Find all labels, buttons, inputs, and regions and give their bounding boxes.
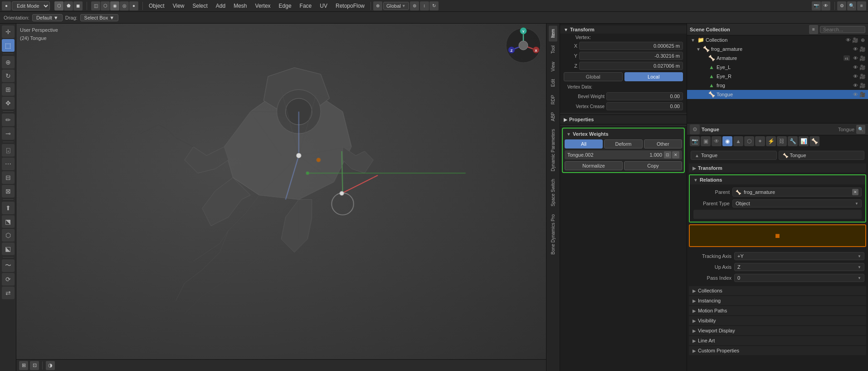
tree-item-armature[interactable]: 🦴 Armature ₈₁ 👁 🎥	[687, 54, 868, 63]
slide-relax-btn[interactable]: ⇄	[2, 287, 15, 299]
shading-wire-icon[interactable]: ⬡	[101, 1, 110, 10]
transform-move-icon[interactable]: ↕	[420, 1, 429, 10]
props-icon-mesh[interactable]: ▲	[733, 136, 743, 146]
local-btn[interactable]: Local	[624, 72, 683, 81]
viewport-editor-type-icon[interactable]: ⊞	[19, 361, 28, 370]
tree-render-frog-armature[interactable]: 🎥	[859, 46, 866, 52]
transform-rotate-icon[interactable]: ↻	[429, 1, 439, 10]
drag-selector[interactable]: Select Box ▼	[80, 14, 119, 21]
menu-vertex[interactable]: Vertex	[252, 2, 274, 10]
tree-camera-collection[interactable]: 🎥	[852, 37, 859, 43]
smooth-tool-btn[interactable]: 〜	[2, 259, 15, 272]
props-icon-material[interactable]: ⬡	[744, 136, 754, 146]
cursor-tool-btn[interactable]: ✛	[2, 25, 15, 38]
side-tab-abp[interactable]: ABP	[549, 109, 557, 125]
up-axis-value[interactable]: Z ▼	[734, 263, 864, 271]
side-tab-rdp[interactable]: RDP	[549, 91, 557, 108]
relations-header[interactable]: ▼ Relations	[690, 175, 865, 184]
vw-entry-value[interactable]: 1.000	[639, 152, 662, 158]
tree-item-tongue[interactable]: 🦴 Tongue 👁 🎥	[687, 90, 868, 99]
randomize-tool-btn[interactable]: ⟳	[2, 273, 15, 286]
bisect-tool-btn[interactable]: ⋯	[2, 158, 15, 170]
knife-tool-btn[interactable]: ⌺	[2, 144, 15, 157]
vw-copy-btn[interactable]: Copy	[624, 161, 682, 170]
edge-mode-icon[interactable]: ⬟	[64, 1, 73, 10]
side-tab-item[interactable]: Item	[549, 25, 557, 41]
vw-normalize-btn[interactable]: Normalize	[565, 161, 623, 170]
custom-properties-header[interactable]: ▶ Custom Properties	[689, 346, 866, 355]
vertex-crease-value[interactable]: 0.00	[606, 102, 683, 110]
offset-edge-btn[interactable]: ⊠	[2, 185, 15, 198]
y-value[interactable]: -0.30216 m	[579, 52, 683, 60]
bevel-weight-value[interactable]: 0.00	[606, 92, 683, 100]
tree-eye-frog[interactable]: 👁	[852, 83, 859, 88]
face-mode-icon[interactable]: ◼	[73, 1, 83, 10]
collections-header[interactable]: ▶ Collections	[689, 286, 866, 295]
bridge-tool-btn[interactable]: ⬕	[2, 242, 15, 255]
side-tab-bone-dynamics[interactable]: Bone Dynamics Pro	[549, 211, 557, 258]
vw-deform-btn[interactable]: Deform	[604, 139, 642, 148]
outliner-search-input[interactable]	[820, 26, 865, 33]
shading-solid-icon[interactable]: ◉	[110, 1, 119, 10]
tree-eye-tongue[interactable]: 👁	[852, 92, 859, 97]
instancing-header[interactable]: ▶ Instancing	[689, 296, 866, 305]
motion-paths-header[interactable]: ▶ Motion Paths	[689, 306, 866, 315]
parent-value-field[interactable]: 🦴 frog_armature ✕	[732, 188, 862, 197]
properties-header[interactable]: ▶ Properties	[560, 115, 687, 124]
menu-view[interactable]: View	[169, 2, 188, 10]
global-btn[interactable]: Global	[564, 72, 623, 81]
transform-header[interactable]: ▼ Transform	[560, 25, 687, 34]
tree-eye-collection[interactable]: 👁	[844, 37, 852, 43]
tree-eye-armature[interactable]: 👁	[852, 55, 859, 61]
z-value[interactable]: 0.027006 m	[579, 62, 683, 70]
outliner-filter-icon[interactable]: ≡	[809, 25, 818, 34]
visibility-header[interactable]: ▶ Visibility	[689, 316, 866, 325]
props-icon-modifiers[interactable]: 🔧	[788, 136, 798, 146]
tree-render-eye-r[interactable]: 🎥	[859, 74, 866, 79]
side-tab-space-switch[interactable]: Space Switch	[549, 175, 557, 210]
side-tab-dynamic-params[interactable]: Dynamic Parameters	[549, 125, 557, 175]
menu-uv[interactable]: UV	[316, 2, 331, 10]
proportional-edit-icon[interactable]: ⊚	[410, 1, 419, 10]
select-tool-btn[interactable]: ⬚	[2, 39, 15, 52]
line-art-header[interactable]: ▶ Line Art	[689, 336, 866, 345]
menu-object[interactable]: Object	[145, 2, 168, 10]
tree-item-eye-r[interactable]: ▲ Eye_R 👁 🎥	[687, 72, 868, 81]
props-icon-physics[interactable]: ⚡	[766, 136, 776, 146]
props-icon-object[interactable]: ▣	[701, 136, 711, 146]
editor-type-icon[interactable]: ⚙	[837, 1, 846, 10]
vw-select-icon[interactable]: ⊡	[664, 151, 671, 158]
tree-render-armature[interactable]: 🎥	[859, 55, 866, 61]
menu-edge[interactable]: Edge	[275, 2, 295, 10]
menu-mesh[interactable]: Mesh	[230, 2, 250, 10]
props-icon-bone[interactable]: 🦴	[809, 136, 819, 146]
menu-face[interactable]: Face	[296, 2, 316, 10]
measure-tool-btn[interactable]: ⊸	[2, 127, 15, 140]
parent-type-dropdown[interactable]: Object ▼	[732, 199, 862, 208]
pass-index-value[interactable]: 0 ▼	[734, 274, 864, 282]
transform-obj-header[interactable]: ▶ Transform	[689, 163, 866, 173]
vw-all-btn[interactable]: All	[565, 139, 603, 148]
side-tab-tool[interactable]: Tool	[549, 42, 557, 57]
props-icon-object-active[interactable]: ◉	[722, 136, 732, 146]
menu-select[interactable]: Select	[189, 2, 211, 10]
tree-render-collection[interactable]: ⊕	[859, 37, 866, 43]
view-icon[interactable]: 👁	[821, 1, 830, 10]
obj-type-field[interactable]: 🦴 Tongue	[779, 151, 865, 160]
props-icon-constraints[interactable]: ⛓	[777, 136, 787, 146]
move-tool-btn[interactable]: ⊕	[2, 56, 15, 69]
orientation-selector[interactable]: Default ▼	[32, 14, 63, 21]
vw-remove-icon[interactable]: ✕	[672, 151, 679, 158]
props-icon-data[interactable]: 📊	[799, 136, 809, 146]
xray-icon[interactable]: ◫	[91, 1, 100, 10]
render-icon[interactable]: 📷	[812, 1, 821, 10]
viewport[interactable]: User Perspective (24) Tongue Y X Z	[16, 24, 546, 371]
scale-tool-btn[interactable]: ⊞	[2, 83, 15, 96]
inset-tool-btn[interactable]: ⬔	[2, 215, 15, 228]
side-tab-edit[interactable]: Edit	[549, 75, 557, 90]
filter-icon[interactable]: ≡	[857, 1, 866, 10]
bevel-tool-btn[interactable]: ⬡	[2, 229, 15, 242]
search-icon[interactable]: 🔍	[847, 1, 856, 10]
rotate-tool-btn[interactable]: ↻	[2, 69, 15, 82]
viewport-display-header[interactable]: ▶ Viewport Display	[689, 326, 866, 335]
